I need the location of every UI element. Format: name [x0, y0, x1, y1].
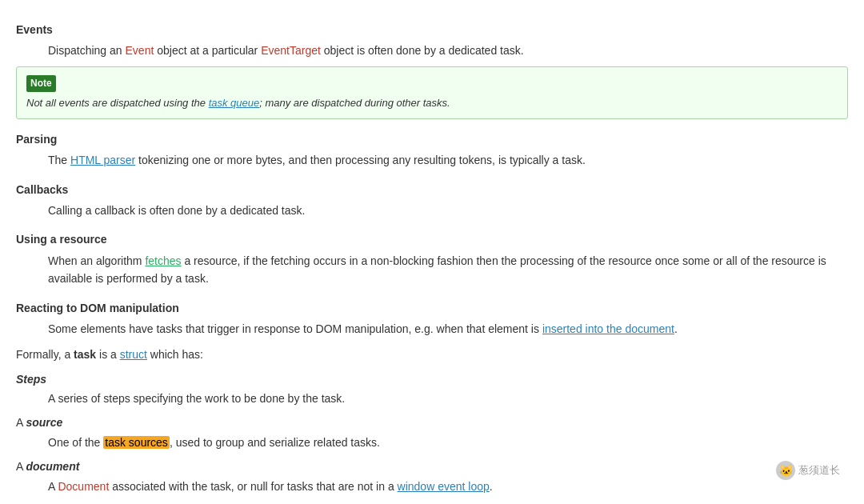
- events-section: Events Dispatching an Event object at a …: [16, 21, 848, 119]
- note-box: Note Not all events are dispatched using…: [16, 66, 848, 119]
- using-resource-heading: Using a resource: [16, 230, 848, 248]
- note-label: Note: [26, 74, 838, 95]
- reacting-section: Reacting to DOM manipulation Some elemen…: [16, 299, 848, 338]
- steps-term: Steps: [16, 373, 46, 386]
- reacting-heading: Reacting to DOM manipulation: [16, 299, 848, 317]
- steps-content: A series of steps specifying the work to…: [48, 390, 848, 407]
- task-queue-link[interactable]: task queue: [209, 97, 260, 109]
- watermark: 🐱 葱须道长: [776, 461, 840, 480]
- callbacks-heading: Callbacks: [16, 181, 848, 198]
- note-text: Not all events are dispatched using the …: [26, 95, 838, 112]
- fetches-link[interactable]: fetches: [145, 254, 181, 267]
- document-link[interactable]: Document: [58, 480, 109, 493]
- task-term: task: [74, 348, 96, 361]
- document-term: document: [26, 460, 79, 473]
- parsing-heading: Parsing: [16, 130, 848, 148]
- using-resource-section: Using a resource When an algorithm fetch…: [16, 230, 848, 287]
- struct-link[interactable]: struct: [120, 348, 147, 361]
- document-content: A Document associated with the task, or …: [48, 478, 848, 495]
- events-content: Dispatching an Event object at a particu…: [48, 42, 848, 59]
- parsing-section: Parsing The HTML parser tokenizing one o…: [16, 130, 848, 170]
- events-heading: Events: [16, 21, 848, 38]
- steps-section: Steps A series of steps specifying the w…: [16, 370, 848, 408]
- using-resource-content: When an algorithm fetches a resource, if…: [48, 252, 848, 288]
- watermark-icon: 🐱: [776, 461, 795, 480]
- event-target-link[interactable]: EventTarget: [261, 44, 321, 57]
- source-term: source: [26, 416, 62, 429]
- formally-paragraph: Formally, a task is a struct which has:: [16, 346, 848, 363]
- callbacks-section: Callbacks Calling a callback is often do…: [16, 181, 848, 220]
- source-content: One of the task sources, used to group a…: [48, 434, 848, 451]
- html-parser-link[interactable]: HTML parser: [70, 154, 135, 166]
- source-section: A source One of the task sources, used t…: [16, 414, 848, 451]
- document-term-block: A document: [16, 458, 848, 475]
- task-sources-highlight: task sources: [103, 436, 170, 449]
- steps-term-block: Steps: [16, 370, 848, 388]
- watermark-text: 葱须道长: [798, 462, 840, 479]
- inserted-link[interactable]: inserted into the document: [542, 322, 674, 335]
- event-link[interactable]: Event: [126, 44, 154, 57]
- source-term-block: A source: [16, 414, 848, 431]
- parsing-content: The HTML parser tokenizing one or more b…: [48, 151, 848, 169]
- document-section: A document A Document associated with th…: [16, 458, 848, 495]
- reacting-content: Some elements have tasks that trigger in…: [48, 320, 848, 338]
- callbacks-content: Calling a callback is often done by a de…: [48, 202, 848, 219]
- window-event-loop-link[interactable]: window event loop: [398, 480, 490, 493]
